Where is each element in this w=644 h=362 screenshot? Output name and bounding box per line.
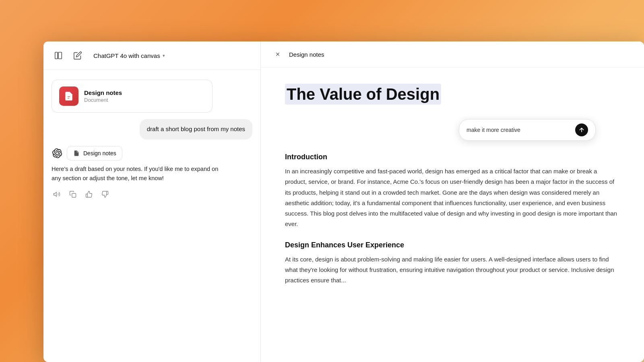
- doc-card-info: Design notes Document: [84, 89, 122, 103]
- assistant-reply-text: Here's a draft based on your notes. If y…: [52, 165, 221, 184]
- intro-body: In an increasingly competitive and fast-…: [285, 166, 620, 230]
- thumbs-up-button[interactable]: [84, 189, 94, 200]
- svg-rect-5: [72, 193, 76, 197]
- new-chat-button[interactable]: [71, 49, 85, 62]
- pill-label: Design notes: [83, 150, 116, 156]
- svg-marker-4: [54, 192, 57, 197]
- intro-section: Introduction In an increasingly competit…: [285, 153, 620, 230]
- gpt-avatar: [52, 148, 63, 159]
- section1: Design Enhances User Experience At its c…: [285, 241, 620, 286]
- chat-panel: ChatGPT 4o with canvas ▾ Design notes: [43, 41, 261, 362]
- inline-edit-box: [459, 119, 596, 141]
- close-canvas-button[interactable]: ×: [272, 49, 283, 60]
- canvas-panel: × Design notes The Value of Design: [261, 41, 644, 362]
- canvas-header: × Design notes: [261, 41, 644, 68]
- action-buttons-row: [52, 187, 252, 200]
- intro-heading: Introduction: [285, 153, 620, 161]
- doc-card-type: Document: [84, 97, 122, 103]
- canvas-content-area: The Value of Design Introduction In a: [261, 68, 644, 362]
- chat-messages-area: Design notes Document draft a short blog…: [43, 70, 260, 362]
- thumbs-down-button[interactable]: [100, 189, 110, 200]
- user-message-bubble: draft a short blog post from my notes: [140, 119, 252, 140]
- chevron-down-icon: ▾: [163, 53, 165, 58]
- sidebar-toggle-button[interactable]: [52, 49, 65, 62]
- copy-button[interactable]: [68, 189, 78, 200]
- assistant-message: Design notes Here's a draft based on you…: [52, 146, 252, 200]
- model-selector[interactable]: ChatGPT 4o with canvas ▾: [90, 51, 168, 61]
- doc-card-icon: [59, 86, 78, 106]
- pill-doc-icon: [73, 150, 80, 157]
- doc-card-title: Design notes: [84, 89, 122, 96]
- section1-heading: Design Enhances User Experience: [285, 241, 620, 249]
- svg-rect-1: [58, 52, 62, 59]
- inline-edit-input[interactable]: [466, 127, 571, 133]
- model-name-label: ChatGPT 4o with canvas: [93, 52, 160, 59]
- chat-header: ChatGPT 4o with canvas ▾: [43, 41, 260, 70]
- speak-button[interactable]: [52, 189, 62, 200]
- inline-send-button[interactable]: [575, 123, 588, 136]
- canvas-title: Design notes: [289, 51, 324, 58]
- section1-body: At its core, design is about problem-sol…: [285, 254, 620, 286]
- design-notes-pill[interactable]: Design notes: [67, 146, 122, 160]
- blog-title: The Value of Design: [285, 84, 441, 105]
- app-window: ChatGPT 4o with canvas ▾ Design notes: [43, 41, 644, 362]
- svg-rect-0: [55, 52, 58, 59]
- document-card[interactable]: Design notes Document: [52, 80, 213, 113]
